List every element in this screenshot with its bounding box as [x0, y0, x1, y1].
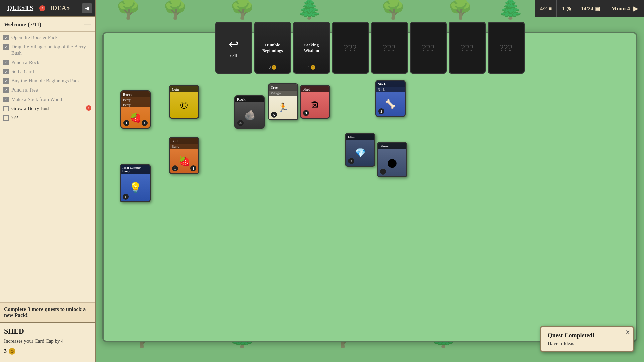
bg-tree-3: 🌳	[230, 0, 255, 20]
coin-card-icon: ©	[170, 92, 198, 118]
quest-checkbox-q1: ✓	[3, 35, 9, 40]
stick-card-counter: 2	[378, 108, 384, 114]
quest-label-q7: Make a Stick from Wood	[11, 96, 91, 103]
quest-item-q7: ✓Make a Stick from Wood	[3, 96, 91, 103]
quest-item-q5: ✓Buy the Humble Beginnings Pack	[3, 78, 91, 84]
moon-indicator: Moon 4 ▶	[605, 0, 644, 17]
shed-card-title: Shed	[301, 86, 329, 92]
unk5-icon: ???	[500, 43, 512, 53]
rock-card[interactable]: Rock 🪨 0	[234, 95, 265, 129]
game-board: Berry Berry Berry 🍓 1 1 Coin © Rock 🪨 0 …	[102, 32, 637, 342]
shop-card-unk5[interactable]: ???	[488, 22, 525, 74]
seeking-card-price: 4⊙	[308, 65, 316, 70]
collapse-button[interactable]: ◀	[82, 3, 92, 13]
sell-card-name: Sell	[230, 53, 237, 59]
coin-card[interactable]: Coin ©	[169, 85, 199, 119]
seeking-card-name: SeekingWisdom	[302, 40, 321, 56]
bg-tree-2: 🌳	[163, 0, 188, 20]
shop-card-seeking[interactable]: SeekingWisdom 4⊙	[293, 22, 330, 74]
quest-completed-title: Quest Completed!	[548, 332, 626, 339]
quest-item-q6: ✓Punch a Tree	[3, 87, 91, 94]
moon-next-button[interactable]: ▶	[633, 5, 638, 12]
flint-card-counter: 2	[348, 158, 354, 164]
unk1-icon: ???	[344, 43, 357, 53]
stone-card[interactable]: Stone ⬤ 1	[377, 142, 407, 177]
shed-card[interactable]: Shed 🏚 3	[300, 85, 330, 119]
quest-label-q4: Sell a Card	[11, 68, 91, 75]
quest-checkbox-q2: ✓	[3, 44, 9, 50]
tree-card[interactable]: Tree Villager 🏃 5	[268, 83, 298, 120]
coin-card-title: Coin	[170, 86, 198, 92]
stone-card-title: Stone	[378, 143, 406, 149]
shop-card-unk4[interactable]: ???	[449, 22, 486, 74]
quests-alert: !	[39, 5, 45, 11]
quest-checkbox-q7: ✓	[3, 97, 9, 102]
bg-tree-7: 🌲	[498, 0, 523, 20]
left-panel: QUESTS ! IDEAS ◀ Welcome (7/11) — ✓Open …	[0, 0, 96, 362]
quest-item-q4: ✓Sell a Card	[3, 68, 91, 75]
bg-tree-1: 🌳	[116, 0, 141, 20]
quest-item-q9: ???	[3, 115, 91, 121]
shop-card-sell[interactable]: ↩ Sell	[215, 22, 252, 74]
berry-card-sub1: Berry	[121, 97, 150, 102]
stone-card-counter: 1	[380, 169, 386, 175]
sell-icon: ↩	[229, 37, 239, 51]
shop-card-unk2[interactable]: ???	[371, 22, 408, 74]
hud-villager-icon: ■	[549, 6, 552, 12]
bg-tree-4: 🌲	[297, 0, 322, 20]
shed-description: Increases your Card Cap by 4	[4, 338, 91, 345]
shop-card-unk3[interactable]: ???	[410, 22, 447, 74]
stick-card[interactable]: Stick Stick 🦴 2	[375, 80, 406, 117]
lumber-card[interactable]: Idea: Lumber Camp 💡 1	[120, 164, 151, 202]
berry-card-counter-l: 1	[123, 120, 129, 126]
quest-alert-q8: !	[86, 105, 91, 111]
quest-label-q2: Drag the Villager on top of the Berry Bu…	[11, 44, 91, 57]
hud-card-icon: ▣	[595, 6, 600, 12]
unk2-icon: ???	[383, 43, 395, 53]
bg-tree-6: 🌳	[448, 0, 473, 20]
flint-card[interactable]: Flint 💎 2	[345, 133, 375, 167]
hud-card-stat: 14/24 ▣	[576, 0, 604, 17]
soil-card-counter-l: 1	[172, 165, 178, 171]
shed-card-counter: 3	[303, 110, 309, 116]
top-hud: 4/2 ■ 1 ◎ 14/24 ▣ Moon 4 ▶	[535, 0, 644, 17]
soil-card-sub: Berry	[170, 144, 198, 149]
shed-panel: SHED Increases your Card Cap by 4 3 ⊙	[0, 322, 95, 362]
berry-card[interactable]: Berry Berry Berry 🍓 1 1	[120, 90, 151, 129]
quest-item-q1: ✓Open the Booster Pack	[3, 34, 91, 41]
quest-label-q6: Punch a Tree	[11, 87, 91, 94]
quest-completed-close-button[interactable]: ✕	[625, 329, 630, 336]
quest-checkbox-q3: ✓	[3, 60, 9, 65]
hud-villager-value: 4/2	[540, 6, 547, 12]
quest-label-q8: Grow a Berry Bush	[11, 105, 84, 112]
quest-unlock-message: Complete 3 more quests to unlock a new P…	[0, 302, 95, 322]
minimize-button[interactable]: —	[84, 21, 91, 28]
quests-tab[interactable]: QUESTS	[3, 3, 38, 14]
soil-card[interactable]: Soil Berry 🍓 1 1	[169, 137, 199, 174]
shop-card-humble[interactable]: HumbleBeginnings 3⊙	[254, 22, 291, 74]
game-area: 🌳 🌳 🌳 🌲 🌳 🌳 🌲 🌳 🌲 🌳 🌲 🌳 4/2 ■ 1 ◎ 14/24 …	[96, 0, 644, 362]
seeking-coin-icon: ⊙	[311, 65, 315, 70]
hud-card-value: 14/24	[581, 6, 593, 12]
soil-card-title: Soil	[170, 138, 198, 144]
stick-card-title: Stick	[376, 81, 405, 87]
tree-card-counter: 5	[271, 112, 277, 118]
flint-card-title: Flint	[346, 134, 374, 140]
unk3-icon: ???	[422, 43, 434, 53]
quest-list: ✓Open the Booster Pack✓Drag the Villager…	[0, 32, 95, 302]
hud-coin-icon: ◎	[566, 6, 571, 12]
quest-completed-notification: ✕ Quest Completed! Have 5 Ideas	[540, 326, 634, 352]
moon-label: Moon 4	[611, 5, 630, 12]
ideas-tab[interactable]: IDEAS	[45, 3, 75, 14]
shed-title: SHED	[4, 327, 91, 336]
hud-coin-value: 1	[562, 6, 565, 12]
tree-card-title: Tree	[269, 84, 297, 90]
shop-card-unk1[interactable]: ???	[332, 22, 369, 74]
quest-checkbox-q5: ✓	[3, 78, 9, 84]
quest-label-q9: ???	[11, 115, 91, 121]
berry-card-sub2: Berry	[121, 102, 150, 107]
humble-coin-icon: ⊙	[272, 65, 276, 70]
quest-label-q5: Buy the Humble Beginnings Pack	[11, 78, 91, 84]
panel-tabs: QUESTS ! IDEAS ◀	[0, 0, 95, 17]
quest-section-title-text: Welcome (7/11)	[4, 21, 41, 28]
